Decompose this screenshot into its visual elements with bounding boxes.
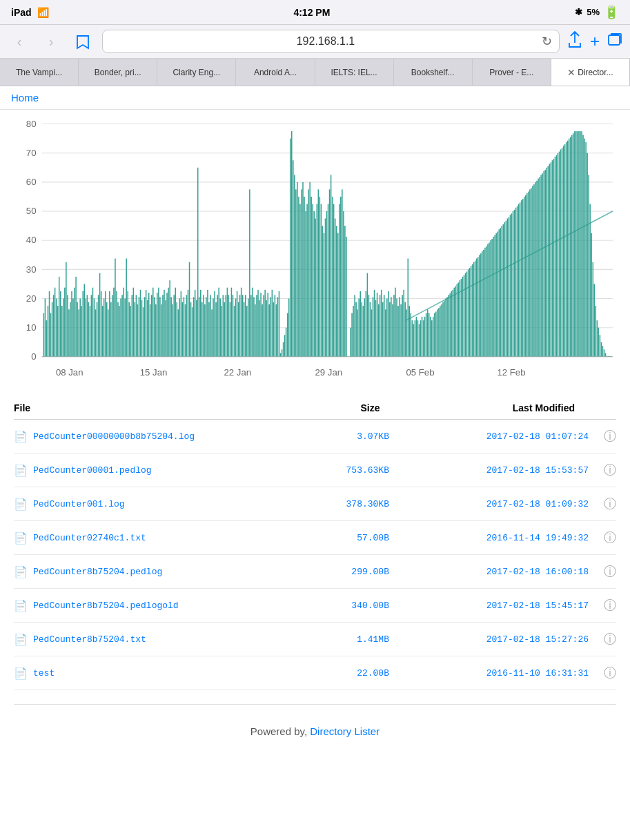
tab-bookshelf[interactable]: Bookshelf...: [394, 59, 473, 86]
refresh-button[interactable]: ↻: [542, 34, 552, 49]
svg-rect-179: [256, 295, 257, 357]
file-info-button[interactable]: ⓘ: [595, 496, 616, 512]
svg-rect-69: [102, 306, 104, 357]
svg-rect-326: [464, 275, 465, 357]
svg-rect-371: [526, 193, 528, 357]
tab-the-vampi[interactable]: The Vampi...: [0, 59, 79, 86]
file-name-link[interactable]: test: [33, 668, 55, 678]
svg-rect-398: [564, 144, 566, 357]
svg-rect-176: [252, 288, 253, 357]
svg-rect-90: [132, 295, 133, 357]
svg-rect-100: [146, 290, 147, 357]
svg-rect-42: [64, 288, 66, 357]
svg-rect-134: [193, 297, 195, 356]
file-name-link[interactable]: PedCounter001.log: [33, 499, 125, 509]
svg-rect-123: [178, 309, 179, 357]
svg-rect-300: [427, 309, 429, 357]
svg-rect-237: [337, 233, 339, 357]
tabs-button[interactable]: [607, 31, 623, 52]
new-tab-button[interactable]: +: [590, 32, 600, 51]
svg-rect-88: [128, 302, 130, 357]
file-name-link[interactable]: PedCounter02740c1.txt: [33, 533, 146, 543]
svg-rect-47: [71, 291, 72, 357]
svg-rect-219: [312, 204, 313, 356]
file-size: 22.00B: [282, 668, 410, 678]
svg-rect-329: [468, 269, 469, 356]
svg-rect-98: [143, 307, 144, 357]
bookmarks-button[interactable]: [70, 29, 95, 54]
svg-rect-185: [264, 290, 266, 357]
tab-bonder[interactable]: Bonder, pri...: [79, 59, 157, 86]
tab-director[interactable]: ✕ Director...: [551, 59, 630, 86]
file-info-button[interactable]: ⓘ: [595, 597, 616, 614]
file-info-button[interactable]: ⓘ: [595, 462, 616, 478]
svg-rect-161: [231, 288, 233, 357]
svg-rect-276: [393, 295, 395, 357]
svg-rect-355: [504, 222, 506, 357]
back-button[interactable]: ‹: [7, 29, 32, 54]
footer-text: Powered by,: [250, 725, 307, 737]
svg-rect-336: [478, 257, 479, 356]
svg-rect-193: [276, 304, 277, 357]
file-info-button[interactable]: ⓘ: [595, 665, 616, 681]
tab-android[interactable]: Android A...: [236, 59, 315, 86]
share-button[interactable]: [567, 30, 583, 52]
svg-rect-33: [52, 302, 53, 357]
svg-rect-415: [588, 175, 589, 357]
svg-rect-102: [148, 293, 150, 357]
file-info-button[interactable]: ⓘ: [595, 563, 616, 580]
breadcrumb[interactable]: Home: [0, 86, 630, 110]
svg-rect-58: [87, 295, 88, 357]
file-name-link[interactable]: PedCounter8b75204.txt: [33, 634, 146, 645]
svg-rect-32: [50, 313, 52, 357]
file-modified: 2017-02-18 15:53:57: [410, 465, 595, 476]
svg-rect-145: [208, 302, 210, 357]
svg-rect-360: [511, 213, 513, 357]
svg-rect-56: [84, 284, 86, 356]
svg-rect-148: [213, 299, 214, 357]
file-icon: 📄: [14, 599, 28, 612]
svg-rect-135: [195, 290, 196, 357]
url-bar[interactable]: 192.168.1.1 ↻: [102, 30, 560, 53]
file-info-button[interactable]: ⓘ: [595, 428, 616, 445]
svg-rect-213: [304, 197, 305, 357]
tab-prover[interactable]: Prover - E...: [473, 59, 551, 86]
footer: Powered by, Directory Lister: [14, 704, 616, 751]
file-name-link[interactable]: PedCounter00001.pedlog: [33, 465, 152, 476]
svg-rect-238: [339, 204, 340, 356]
svg-rect-285: [406, 309, 407, 357]
tab-clarity-eng[interactable]: Clarity Eng...: [157, 59, 236, 86]
svg-rect-52: [78, 309, 79, 357]
svg-rect-74: [109, 291, 110, 357]
svg-rect-117: [169, 280, 170, 357]
tab-ielts[interactable]: IELTS: IEL...: [315, 59, 394, 86]
svg-rect-365: [518, 204, 520, 356]
file-name-link[interactable]: PedCounter8b75204.pedlogold: [33, 600, 179, 611]
tab-close-icon[interactable]: ✕: [567, 67, 575, 78]
svg-rect-40: [61, 306, 63, 357]
svg-rect-131: [189, 262, 190, 357]
svg-rect-66: [98, 295, 99, 357]
svg-rect-325: [462, 277, 464, 357]
file-info-button[interactable]: ⓘ: [595, 529, 616, 546]
directory-lister-link[interactable]: Directory Lister: [310, 725, 380, 737]
svg-rect-332: [472, 264, 473, 357]
table-row: 📄 PedCounter8b75204.pedlogold 340.00B 20…: [14, 589, 616, 623]
svg-rect-38: [59, 277, 60, 357]
svg-rect-381: [540, 175, 542, 357]
file-name-link[interactable]: PedCounter8b75204.pedlog: [33, 567, 162, 577]
file-size: 57.00B: [282, 533, 410, 543]
file-name-link[interactable]: PedCounter00000000b8b75204.log: [33, 431, 195, 442]
forward-button[interactable]: ›: [39, 29, 63, 54]
file-size: 1.41MB: [282, 634, 410, 645]
file-info-button[interactable]: ⓘ: [595, 631, 616, 647]
svg-rect-190: [272, 290, 273, 357]
svg-rect-301: [429, 313, 430, 357]
svg-rect-27: [43, 313, 45, 357]
svg-rect-75: [110, 302, 112, 357]
svg-rect-376: [533, 184, 535, 357]
svg-rect-154: [221, 306, 222, 357]
svg-rect-53: [79, 299, 81, 357]
svg-rect-396: [562, 148, 563, 357]
svg-rect-416: [589, 204, 591, 356]
